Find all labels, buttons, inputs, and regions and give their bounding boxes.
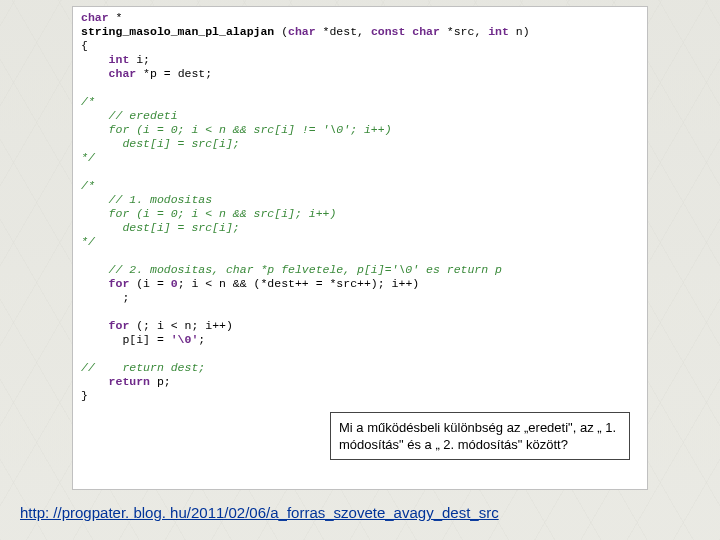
code-txt: }: [81, 389, 88, 402]
code-txt: ;: [198, 333, 205, 346]
source-link[interactable]: http: //progpater. blog. hu/2011/02/06/a…: [20, 504, 499, 521]
code-comment: for (i = 0; i < n && src[i] != '\0'; i++…: [81, 123, 392, 136]
code-kw: return: [81, 375, 150, 388]
code-comment: dest[i] = src[i];: [81, 221, 240, 234]
code-kw: int: [488, 25, 509, 38]
code-comment: /*: [81, 95, 95, 108]
question-callout: Mi a működésbeli különbség az „eredeti",…: [330, 412, 630, 460]
code-txt: p;: [150, 375, 171, 388]
code-kw: for: [81, 277, 129, 290]
code-txt: {: [81, 39, 88, 52]
code-comment: /*: [81, 179, 95, 192]
code-txt: n): [509, 25, 530, 38]
code-txt: (: [274, 25, 288, 38]
code-txt: *dest,: [316, 25, 371, 38]
code-txt: (i =: [129, 277, 170, 290]
code-kw: char: [288, 25, 316, 38]
code-comment: // 2. modositas, char *p felvetele, p[i]…: [81, 263, 502, 276]
code-comment: dest[i] = src[i];: [81, 137, 240, 150]
code-txt: ;: [81, 291, 129, 304]
code-txt: (; i < n; i++): [129, 319, 233, 332]
code-txt: *p = dest;: [136, 67, 212, 80]
code-fn: string_masolo_man_pl_alapjan: [81, 25, 274, 38]
code-comment: // 1. modositas: [81, 193, 212, 206]
code-txt: *: [109, 11, 123, 24]
code-kw: const char: [371, 25, 440, 38]
code-txt: *src,: [440, 25, 488, 38]
link-text: http: //progpater. blog. hu/2011/02/06/a…: [20, 504, 499, 521]
code-comment: // eredeti: [81, 109, 178, 122]
code-kw: char: [81, 11, 109, 24]
code-txt: i;: [129, 53, 150, 66]
code-kw: int: [81, 53, 129, 66]
code-comment: */: [81, 235, 95, 248]
code-kw: char: [81, 67, 136, 80]
code-txt: ; i < n && (*dest++ = *src++); i++): [178, 277, 420, 290]
code-kw: for: [81, 319, 129, 332]
code-kw: 0: [171, 277, 178, 290]
code-comment: // return dest;: [81, 361, 205, 374]
code-comment: for (i = 0; i < n && src[i]; i++): [81, 207, 336, 220]
code-kw: '\0': [171, 333, 199, 346]
code-comment: */: [81, 151, 95, 164]
code-txt: p[i] =: [81, 333, 171, 346]
question-text: Mi a működésbeli különbség az „eredeti",…: [339, 420, 616, 452]
